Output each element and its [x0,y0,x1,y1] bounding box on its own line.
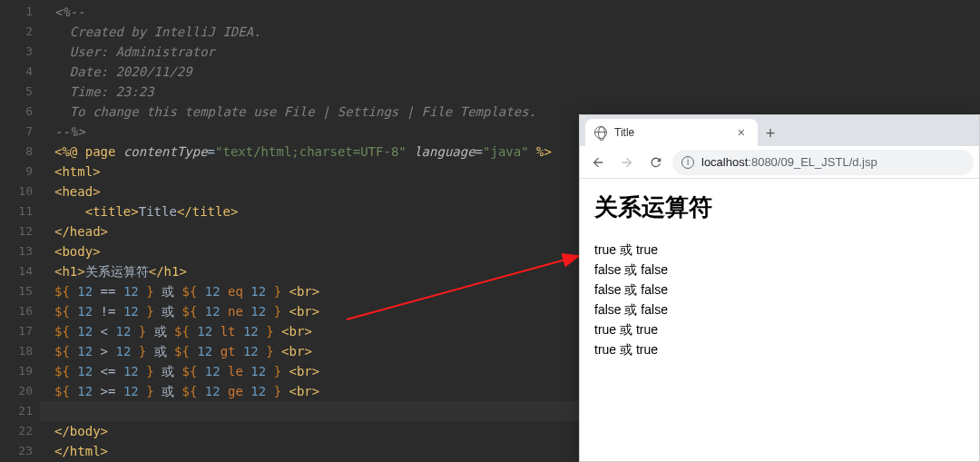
arrow-left-icon [591,155,605,170]
line-number: 9 [0,162,33,182]
result-row: false 或 false [594,300,965,319]
code-line: User: Administrator [40,42,980,62]
tab-title: Title [614,126,734,139]
forward-button[interactable] [614,150,640,175]
line-number: 10 [0,182,33,202]
line-number: 6 [0,102,33,122]
result-row: true 或 true [594,339,965,359]
line-number: 17 [0,321,33,341]
close-tab-icon[interactable]: × [734,125,749,140]
line-number: 1 [0,2,33,22]
watermark: 海洋的渔夫 [876,428,965,446]
line-number: 23 [0,441,33,461]
line-number: 19 [0,361,33,381]
page-heading: 关系运算符 [594,192,965,223]
line-number: 18 [0,341,33,361]
browser-content: 关系运算符 true 或 truefalse 或 falsefalse 或 fa… [580,179,979,372]
result-row: false 或 false [594,260,965,280]
result-row: true 或 true [594,319,965,339]
line-number: 11 [0,202,33,221]
code-line: Time: 23:23 [40,82,980,102]
new-tab-button[interactable]: + [758,121,783,146]
line-number: 2 [0,22,33,42]
globe-icon [594,126,607,139]
wechat-icon [876,429,892,446]
line-number: 12 [0,221,33,241]
result-row: true 或 true [594,240,965,260]
line-number: 7 [0,122,33,142]
browser-tab[interactable]: Title × [585,119,758,146]
line-number: 13 [0,241,33,261]
browser-toolbar: i localhost:8080/09_EL_JSTL/d.jsp [580,146,979,179]
line-number: 5 [0,82,33,102]
result-row: false 或 false [594,280,965,300]
code-line: Date: 2020/11/29 [40,62,980,82]
line-number: 21 [0,401,33,421]
line-number: 15 [0,281,33,301]
line-number: 20 [0,381,33,401]
line-number: 22 [0,421,33,441]
arrow-right-icon [620,155,634,170]
line-number: 4 [0,62,33,82]
reload-button[interactable] [643,150,669,175]
code-line: Created by IntelliJ IDEA. [40,22,980,42]
address-bar[interactable]: i localhost:8080/09_EL_JSTL/d.jsp [672,150,974,175]
reload-icon [649,155,663,170]
back-button[interactable] [585,150,611,175]
line-number: 3 [0,42,33,62]
line-number: 8 [0,142,33,162]
code-line: <%-- [40,2,980,22]
line-number-gutter: 1234567891011121314151617181920212223 [0,0,40,462]
site-info-icon[interactable]: i [681,156,694,169]
url-host: localhost [701,155,748,169]
url-port: :8080 [748,155,778,169]
line-number: 16 [0,301,33,321]
url-path: /09_EL_JSTL/d.jsp [778,155,877,169]
line-number: 14 [0,261,33,281]
browser-window: Title × + i localhost:8080/09_EL_JSTL/d.… [579,114,980,462]
browser-tab-bar: Title × + [580,115,979,146]
watermark-text: 海洋的渔夫 [897,428,965,446]
